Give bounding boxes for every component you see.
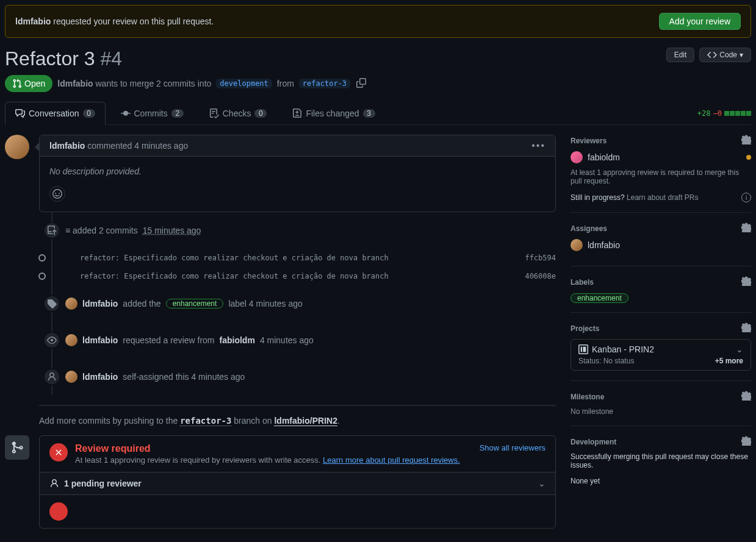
timeline-commits-pushed: ≡ added 2 commits 15 minutes ago — [43, 212, 556, 249]
sidebar-development: Development Successfully merging this pu… — [571, 436, 751, 495]
copy-icon — [356, 78, 366, 88]
comment-header: ldmfabio commented 4 minutes ago ••• — [40, 135, 555, 157]
label-enhancement[interactable]: enhancement — [166, 299, 224, 308]
review-required-section: Review required Show all reviewers At le… — [40, 436, 555, 472]
table-icon — [578, 344, 588, 354]
comment-body: No description provided. — [40, 157, 555, 186]
timeline-comment: ldmfabio commented 4 minutes ago ••• No … — [5, 135, 556, 212]
checklist-icon — [209, 109, 219, 118]
sidebar: Reviewers fabioldm At least 1 approving … — [571, 135, 751, 529]
tabs-bar: Conversation 0 Commits 2 Checks 0 Files … — [5, 102, 751, 125]
show-all-reviewers-link[interactable]: Show all reviewers — [480, 443, 545, 454]
add-review-button[interactable]: Add your review — [659, 13, 741, 30]
commit-dot-icon — [38, 273, 46, 280]
pr-state-badge: Open — [5, 75, 52, 92]
main-column: ldmfabio commented 4 minutes ago ••• No … — [5, 135, 556, 529]
gear-icon[interactable] — [741, 323, 751, 334]
reviewer-row: fabioldm — [571, 151, 751, 163]
tag-icon — [43, 295, 60, 312]
avatar[interactable] — [5, 135, 29, 159]
merge-panel: Review required Show all reviewers At le… — [39, 435, 556, 529]
tab-files-changed[interactable]: Files changed 3 — [282, 102, 385, 124]
pending-status-dot — [746, 155, 751, 160]
eye-icon — [43, 332, 60, 349]
timeline-label-added: ldmfabio added the enhancement label 4 m… — [43, 285, 556, 322]
pr-title: Refactor 3 #4 — [5, 48, 122, 70]
comment-box: ldmfabio commented 4 minutes ago ••• No … — [39, 135, 556, 212]
sidebar-labels: Labels enhancement — [571, 276, 751, 313]
sidebar-assignees: Assignees ldmfabio — [571, 223, 751, 266]
project-card[interactable]: Kanban - PRIN2 ⌄ Status: No status +5 mo… — [571, 339, 751, 371]
timeline-review-requested: ldmfabio requested a review from fabiold… — [43, 322, 556, 358]
commits-time-link[interactable]: 15 minutes ago — [143, 226, 201, 235]
base-branch[interactable]: development — [216, 79, 272, 88]
x-circle-icon — [49, 443, 68, 462]
comment-author[interactable]: ldmfabio — [49, 141, 85, 151]
diffstat: +28 −0 — [697, 109, 751, 118]
commit-dot-icon — [38, 254, 46, 262]
gear-icon[interactable] — [741, 436, 751, 448]
learn-more-reviews-link[interactable]: Learn more about pull request reviews. — [323, 455, 460, 465]
layout: ldmfabio commented 4 minutes ago ••• No … — [5, 135, 751, 529]
commit-sha[interactable]: 406008e — [525, 272, 556, 280]
banner-author: ldmfabio — [15, 16, 51, 26]
commit-sha[interactable]: ffcb594 — [525, 254, 556, 262]
repo-link[interactable]: ldmfabio/PRIN2 — [274, 416, 337, 426]
avatar[interactable] — [571, 239, 583, 251]
git-pull-request-icon — [12, 79, 22, 88]
comment-discussion-icon — [15, 109, 25, 118]
avatar[interactable] — [65, 334, 77, 346]
avatar[interactable] — [65, 371, 77, 383]
gear-icon[interactable] — [741, 223, 751, 234]
copy-branch-button[interactable] — [355, 77, 367, 91]
pending-reviewer-row[interactable]: 1 pending reviewer ⌄ — [40, 472, 555, 495]
person-icon — [43, 368, 60, 385]
git-commit-icon — [121, 109, 131, 118]
tab-commits[interactable]: Commits 2 — [110, 102, 194, 124]
tabs: Conversation 0 Commits 2 Checks 0 Files … — [5, 102, 386, 124]
caret-down-icon: ▾ — [740, 51, 743, 59]
commit-row: refactor: Especificado como realizar che… — [67, 249, 556, 267]
sidebar-milestone: Milestone No milestone — [571, 391, 751, 426]
smiley-icon — [52, 189, 62, 199]
divider — [39, 405, 556, 406]
chevron-down-icon: ⌄ — [538, 479, 545, 488]
label-enhancement[interactable]: enhancement — [571, 293, 628, 303]
comment-menu-button[interactable]: ••• — [531, 140, 545, 151]
x-circle-icon — [49, 502, 68, 521]
sidebar-reviewers: Reviewers fabioldm At least 1 approving … — [571, 135, 751, 213]
banner-text: ldmfabio requested your review on this p… — [15, 16, 214, 26]
tab-conversation[interactable]: Conversation 0 — [5, 102, 106, 124]
add-reaction-button[interactable] — [49, 186, 65, 202]
head-branch[interactable]: refactor-3 — [299, 79, 350, 88]
file-diff-icon — [292, 109, 302, 118]
avatar[interactable] — [65, 298, 77, 310]
repo-push-icon — [43, 222, 60, 239]
code-dropdown-button[interactable]: Code ▾ — [699, 48, 751, 62]
project-more-link[interactable]: +5 more — [715, 357, 743, 365]
git-merge-icon — [5, 435, 29, 460]
gear-icon[interactable] — [741, 391, 751, 402]
pr-header-actions: Edit Code ▾ — [666, 48, 751, 62]
pr-header: Refactor 3 #4 Edit Code ▾ — [5, 48, 751, 70]
tab-checks[interactable]: Checks 0 — [199, 102, 278, 124]
merge-blocked-section — [40, 495, 555, 528]
person-icon — [49, 479, 59, 488]
pr-meta-text: ldmfabio wants to merge 2 commits into — [57, 79, 211, 88]
push-hint: Add more commits by pushing to the refac… — [39, 416, 556, 426]
chevron-down-icon: ⌄ — [736, 344, 743, 354]
gear-icon[interactable] — [741, 135, 751, 146]
info-icon[interactable]: i — [741, 193, 751, 202]
pr-meta: Open ldmfabio wants to merge 2 commits i… — [5, 75, 751, 92]
gear-icon[interactable] — [741, 276, 751, 288]
avatar[interactable] — [571, 151, 583, 163]
merge-area: Review required Show all reviewers At le… — [5, 435, 556, 529]
edit-button[interactable]: Edit — [666, 48, 695, 62]
pr-number: #4 — [101, 48, 123, 70]
sidebar-projects: Projects Kanban - PRIN2 ⌄ Status: No sta… — [571, 323, 751, 381]
draft-pr-link[interactable]: Learn about draft PRs — [627, 193, 698, 202]
commit-row: refactor: Especificado como realizar che… — [67, 267, 556, 285]
diff-blocks — [724, 111, 751, 116]
timeline-self-assigned: ldmfabio self-assigned this 4 minutes ag… — [43, 358, 556, 395]
review-request-banner: ldmfabio requested your review on this p… — [5, 5, 751, 38]
